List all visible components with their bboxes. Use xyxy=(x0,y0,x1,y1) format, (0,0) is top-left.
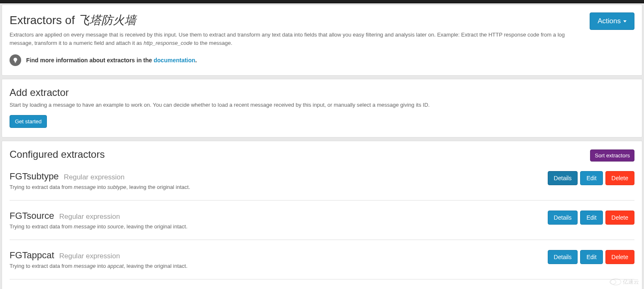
top-navbar xyxy=(0,0,644,3)
add-extractor-title: Add extractor xyxy=(10,87,634,98)
extractor-name: FGTsource Regular expression xyxy=(10,211,188,221)
extractor-description: Trying to extract data from message into… xyxy=(10,263,188,269)
caret-down-icon xyxy=(623,20,627,22)
configured-extractors-panel: Configured extractors Sort extractors FG… xyxy=(2,141,642,289)
extractor-description: Trying to extract data from message into… xyxy=(10,184,190,190)
configured-extractors-title: Configured extractors xyxy=(10,149,105,160)
extractor-name: FGTsubtype Regular expression xyxy=(10,171,190,182)
details-button[interactable]: Details xyxy=(548,171,578,185)
documentation-link[interactable]: documentation xyxy=(154,57,195,64)
documentation-hint: Find more information about extractors i… xyxy=(26,57,197,64)
extractors-header-panel: Extractors of 飞塔防火墙 Extractors are appli… xyxy=(2,5,642,76)
extractor-description: Trying to extract data from message into… xyxy=(10,223,188,230)
extractor-type: Regular expression xyxy=(59,252,120,260)
extractor-type: Regular expression xyxy=(64,173,124,181)
extractor-type: Regular expression xyxy=(59,213,120,220)
delete-button[interactable]: Delete xyxy=(605,211,634,225)
delete-button[interactable]: Delete xyxy=(605,171,634,185)
page-title: Extractors of 飞塔防火墙 xyxy=(10,12,581,28)
details-button[interactable]: Details xyxy=(548,211,578,225)
extractor-name: FGTappcat Regular expression xyxy=(10,250,188,261)
actions-dropdown-button[interactable]: Actions xyxy=(590,12,634,30)
add-extractor-description: Start by loading a message to have an ex… xyxy=(10,101,634,109)
get-started-button[interactable]: Get started xyxy=(10,115,47,128)
delete-button[interactable]: Delete xyxy=(605,250,634,264)
extractor-row: FGTsubtype Regular expressionTrying to e… xyxy=(10,171,634,201)
extractor-row: FGTappcat Regular expressionTrying to ex… xyxy=(10,250,634,279)
edit-button[interactable]: Edit xyxy=(580,171,603,185)
lightbulb-icon xyxy=(10,54,21,66)
edit-button[interactable]: Edit xyxy=(580,211,603,225)
sort-extractors-button[interactable]: Sort extractors xyxy=(590,149,634,162)
input-name: 飞塔防火墙 xyxy=(78,14,136,27)
extractor-row: FGTsource Regular expressionTrying to ex… xyxy=(10,211,634,240)
page-description: Extractors are applied on every message … xyxy=(10,31,581,47)
title-prefix: Extractors of xyxy=(10,14,78,27)
details-button[interactable]: Details xyxy=(548,250,578,264)
edit-button[interactable]: Edit xyxy=(580,250,603,264)
add-extractor-panel: Add extractor Start by loading a message… xyxy=(2,79,642,137)
